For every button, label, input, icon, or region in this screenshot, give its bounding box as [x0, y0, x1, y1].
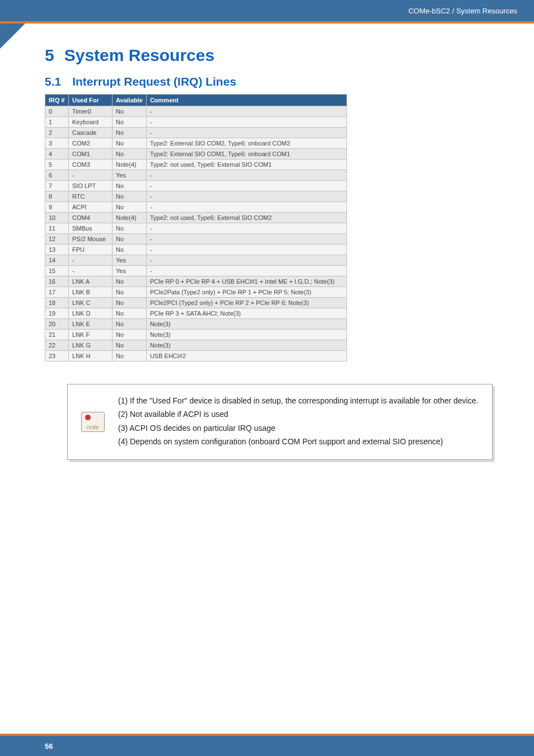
- cell-used: LNK F: [69, 330, 113, 340]
- footer: 56: [0, 736, 534, 756]
- cell-comment: Note(3): [146, 330, 346, 340]
- cell-avail: No: [113, 181, 147, 191]
- col-used: Used For: [69, 95, 113, 106]
- table-row: 5COM3Note(4)Type2: not used, Type6: Exte…: [45, 159, 347, 170]
- table-row: 6-Yes-: [45, 170, 347, 181]
- cell-avail: No: [113, 149, 147, 159]
- cell-used: LNK C: [69, 298, 113, 308]
- cell-used: LNK E: [69, 319, 113, 330]
- note-line-2: (2) Not available if ACPI is used: [118, 408, 481, 420]
- cell-comment: -: [146, 255, 346, 266]
- cell-irq: 9: [45, 202, 69, 213]
- cell-avail: No: [113, 319, 147, 330]
- col-comment: Comment: [146, 95, 346, 106]
- cell-used: -: [69, 170, 113, 181]
- cell-used: LNK H: [69, 351, 113, 361]
- cell-comment: -: [146, 106, 346, 117]
- cell-comment: PCIe RP 3 + SATA AHCI; Note(3): [146, 308, 346, 319]
- cell-irq: 0: [45, 106, 69, 117]
- cell-used: ACPI: [69, 202, 113, 213]
- cell-comment: Note(3): [146, 319, 346, 330]
- cell-irq: 16: [45, 276, 69, 287]
- cell-avail: No: [113, 117, 147, 128]
- cell-avail: No: [113, 340, 147, 351]
- cell-comment: -: [146, 223, 346, 234]
- cell-comment: -: [146, 170, 346, 181]
- cell-comment: -: [146, 191, 346, 202]
- cell-irq: 6: [45, 170, 69, 181]
- cell-used: -: [69, 255, 113, 266]
- table-row: 17LNK BNoPCIe2Pata (Type2 only) + PCIe R…: [45, 287, 347, 298]
- corner-decoration: [0, 24, 25, 49]
- cell-avail: No: [113, 202, 147, 213]
- cell-irq: 22: [45, 340, 69, 351]
- cell-avail: Note(4): [113, 159, 147, 170]
- table-row: 15-Yes-: [45, 266, 347, 276]
- cell-avail: No: [113, 351, 147, 361]
- table-row: 11SMBusNo-: [45, 223, 347, 234]
- cell-comment: -: [146, 128, 346, 138]
- cell-used: SMBus: [69, 223, 113, 234]
- cell-avail: No: [113, 106, 147, 117]
- table-row: 4COM1NoType2: External SIO COM1, Type6: …: [45, 149, 347, 159]
- cell-comment: PCIe RP 0 + PCIe RP 4 + USB EHCI#1 + Int…: [146, 276, 346, 287]
- cell-comment: Type2: External SIO COM1, Type6: onboard…: [146, 149, 346, 159]
- cell-irq: 7: [45, 181, 69, 191]
- section-number: 5.1: [45, 75, 61, 88]
- table-row: 18LNK CNoPCIe2PCI (Type2 only) + PCIe RP…: [45, 298, 347, 308]
- cell-used: COM1: [69, 149, 113, 159]
- cell-used: FPU: [69, 245, 113, 255]
- cell-comment: -: [146, 234, 346, 245]
- cell-irq: 3: [45, 138, 69, 149]
- cell-used: RTC: [69, 191, 113, 202]
- cell-avail: Yes: [113, 170, 147, 181]
- cell-used: COM3: [69, 159, 113, 170]
- cell-irq: 20: [45, 319, 69, 330]
- col-irq: IRQ #: [45, 95, 69, 106]
- cell-avail: No: [113, 276, 147, 287]
- cell-comment: -: [146, 117, 346, 128]
- cell-irq: 11: [45, 223, 69, 234]
- cell-comment: Type2: not used, Type6: External SIO COM…: [146, 213, 346, 223]
- note-box: note (1) If the "Used For" device is dis…: [67, 384, 493, 460]
- cell-comment: Type2: not used, Type6: External SIO COM…: [146, 159, 346, 170]
- cell-avail: Yes: [113, 255, 147, 266]
- cell-irq: 1: [45, 117, 69, 128]
- chapter-title: 5System Resources: [45, 46, 489, 65]
- table-row: 9ACPINo-: [45, 202, 347, 213]
- cell-irq: 13: [45, 245, 69, 255]
- cell-used: COM4: [69, 213, 113, 223]
- table-header-row: IRQ # Used For Available Comment: [45, 95, 347, 106]
- table-row: 3COM2NoType2: External SIO COM2, Type6: …: [45, 138, 347, 149]
- irq-table: IRQ # Used For Available Comment 0Timer0…: [45, 94, 347, 361]
- section-text: Interrupt Request (IRQ) Lines: [72, 75, 236, 88]
- cell-used: SIO LPT: [69, 181, 113, 191]
- cell-avail: No: [113, 234, 147, 245]
- cell-irq: 17: [45, 287, 69, 298]
- table-row: 12PS/2 MouseNo-: [45, 234, 347, 245]
- note-icon-label: note: [87, 424, 99, 430]
- cell-irq: 18: [45, 298, 69, 308]
- table-row: 22LNK GNoNote(3): [45, 340, 347, 351]
- cell-used: LNK D: [69, 308, 113, 319]
- table-row: 0Timer0No-: [45, 106, 347, 117]
- cell-irq: 19: [45, 308, 69, 319]
- cell-avail: No: [113, 287, 147, 298]
- table-row: 14-Yes-: [45, 255, 347, 266]
- cell-comment: -: [146, 266, 346, 276]
- page-number: 56: [45, 742, 53, 750]
- cell-avail: No: [113, 191, 147, 202]
- table-row: 2CascadeNo-: [45, 128, 347, 138]
- table-row: 10COM4Note(4)Type2: not used, Type6: Ext…: [45, 213, 347, 223]
- cell-used: Cascade: [69, 128, 113, 138]
- table-row: 19LNK DNoPCIe RP 3 + SATA AHCI; Note(3): [45, 308, 347, 319]
- cell-avail: No: [113, 128, 147, 138]
- note-line-3: (3) ACPI OS decides on particular IRQ us…: [118, 422, 481, 434]
- cell-irq: 12: [45, 234, 69, 245]
- page-body: 5System Resources 5.1Interrupt Request (…: [0, 24, 534, 460]
- table-row: 20LNK ENoNote(3): [45, 319, 347, 330]
- note-icon: note: [81, 412, 105, 432]
- note-text: (1) If the "Used For" device is disabled…: [118, 384, 492, 459]
- cell-comment: -: [146, 202, 346, 213]
- cell-comment: Type2: External SIO COM2, Type6: onboard…: [146, 138, 346, 149]
